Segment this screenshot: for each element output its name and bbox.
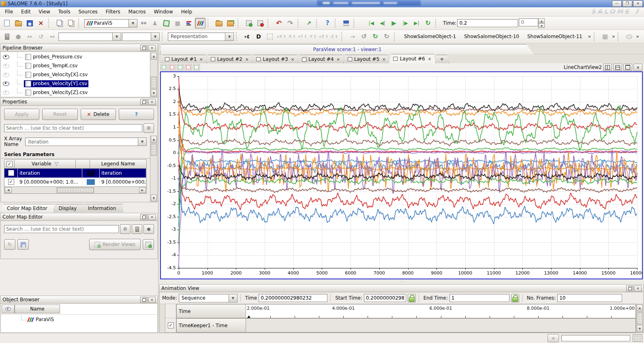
current-time-marker[interactable] [247, 315, 250, 318]
previous-frame-button[interactable]: ◀| [377, 18, 388, 28]
series-color-cell[interactable] [82, 178, 100, 187]
swap-views-icon[interactable] [185, 64, 192, 71]
layout-tab-6[interactable]: Layout #6× [389, 54, 436, 63]
color-column-header[interactable] [76, 160, 90, 169]
timeline-scrollbar[interactable]: ▲ ▼ [636, 304, 643, 332]
cme-gear-icon[interactable]: ⚙ [120, 224, 131, 234]
mode-combo-arrow[interactable]: ▼ [229, 294, 237, 302]
close-tab-icon[interactable]: × [245, 57, 248, 62]
line-chart-canvas[interactable] [161, 72, 642, 279]
legend-column-header[interactable]: Legend Name [90, 160, 146, 169]
split-view-vertical-button[interactable] [603, 64, 612, 71]
open-document-button[interactable] [13, 18, 24, 28]
scroll-down-icon[interactable]: ▼ [151, 195, 157, 202]
selection-button[interactable] [341, 18, 351, 28]
minimize-button[interactable]: — [612, 0, 622, 7]
frame-spin-down-icon[interactable]: ▼ [538, 23, 545, 28]
toolbar-overflow-icon[interactable]: » [635, 34, 640, 39]
save-document-button[interactable] [24, 18, 35, 28]
redo-button[interactable]: ↷ [285, 18, 295, 28]
zoom-to-box-button[interactable] [265, 31, 275, 42]
yacs-module-button[interactable] [184, 18, 194, 28]
delete-button[interactable]: ×Delete [81, 109, 116, 120]
pipeline-browser-titlebar[interactable]: Pipeline Browser × [1, 44, 157, 52]
layout-tab-3[interactable]: Layout #3× [252, 55, 299, 63]
close-panel-button[interactable]: × [634, 285, 642, 292]
scroll-grip[interactable] [151, 144, 157, 156]
menu-item-sources[interactable]: Sources [74, 8, 101, 16]
close-panel-button[interactable]: × [148, 297, 156, 303]
object-browser-titlebar[interactable]: Object Browser × [1, 296, 157, 304]
module-combo-arrow[interactable]: ▼ [129, 19, 137, 28]
timekeeper-track[interactable] [246, 318, 636, 332]
split-view-horizontal-button[interactable] [613, 64, 622, 71]
scroll-right-icon[interactable]: ▶ [139, 187, 146, 193]
first-frame-button[interactable]: |◀ [366, 18, 377, 28]
start-time-lock-icon[interactable] [408, 294, 416, 302]
time-track[interactable]: 2.000e-014.000e-016.000e-018.000e-011.00… [246, 304, 636, 318]
paravis-module-button[interactable] [195, 18, 205, 28]
menu-item-view[interactable]: View [34, 8, 54, 16]
scroll-up-icon[interactable]: ▲ [637, 304, 643, 311]
connect-server-button[interactable] [244, 18, 254, 28]
visibility-column-header[interactable] [2, 304, 15, 313]
play-button[interactable]: ▶ [389, 18, 399, 28]
cme-auto-apply-button[interactable] [143, 239, 154, 250]
export-button[interactable]: ↗ [304, 18, 314, 28]
representation-arrow[interactable]: ▼ [225, 32, 234, 41]
series-checkbox[interactable]: ✓ [4, 178, 18, 187]
color-by-arrow[interactable]: ▼ [113, 32, 121, 41]
menu-item-filters[interactable]: Filters [102, 8, 124, 16]
set-view-plusy-button[interactable]: +Y ↕ [297, 31, 308, 42]
camera-orientation-button[interactable]: → [347, 31, 358, 42]
close-tab-icon[interactable]: × [291, 57, 294, 62]
dock-tab-display[interactable]: Display [53, 204, 83, 212]
component-combo[interactable]: ▼ [122, 32, 160, 41]
animation-view-titlebar[interactable]: Animation View × [160, 285, 643, 292]
menu-item-macros[interactable]: Macros [124, 8, 150, 16]
select-all-checkbox[interactable]: ✓ [4, 160, 15, 169]
new-layout-tab[interactable]: + [434, 55, 449, 63]
find-button[interactable] [138, 18, 149, 28]
properties-search-input[interactable] [4, 124, 142, 132]
series-color-cell[interactable] [82, 169, 100, 178]
cme-save-button[interactable] [17, 239, 29, 250]
close-tab-icon[interactable]: × [428, 57, 431, 61]
paste-button[interactable] [66, 18, 76, 28]
scroll-up-icon[interactable]: ▲ [151, 53, 157, 60]
geometry-module-button[interactable] [161, 18, 171, 28]
mesh-module-button[interactable]: ▦ [172, 18, 183, 28]
loop-button[interactable]: ↻ [423, 18, 433, 28]
scene-tab[interactable]: ParaView scene:1 - viewer:1 [160, 44, 534, 54]
scroll-grip[interactable] [637, 312, 643, 324]
name-column-header[interactable]: Name [15, 304, 60, 313]
series-checkbox[interactable] [4, 169, 18, 178]
color-map-editor-titlebar[interactable]: Color Map Editor × [1, 213, 157, 221]
end-time-input[interactable] [449, 294, 509, 302]
pipeline-item[interactable]: probes_Velocity[Z].csv [1, 88, 150, 97]
dock-tab-information[interactable]: Information [82, 204, 123, 212]
show-salome-object-button-3[interactable]: ShowSalomeObject-11 [523, 32, 586, 41]
scroll-down-icon[interactable]: ▼ [151, 90, 157, 96]
representation-combo[interactable]: Representation ▼ [168, 32, 234, 41]
new-view-icon[interactable] [177, 64, 184, 71]
layout-tab-4[interactable]: Layout #4× [297, 55, 344, 63]
x-array-combo-arrow[interactable]: ▼ [138, 137, 147, 146]
frame-spinner-input[interactable] [519, 18, 538, 26]
split-vertical-icon[interactable] [169, 64, 175, 71]
toolbar-overflow-icon[interactable]: » [611, 34, 616, 39]
properties-titlebar[interactable]: Properties × [1, 98, 157, 106]
title-bar[interactable]: SALOME 7.6.0 - [Study1] — ❐ × [0, 0, 644, 7]
float-panel-button[interactable] [140, 297, 148, 303]
layout-tab-5[interactable]: Layout #5× [343, 55, 390, 63]
new-document-button[interactable] [2, 18, 12, 28]
float-panel-button[interactable] [140, 45, 148, 51]
scroll-up-icon[interactable]: ▲ [151, 136, 157, 143]
last-frame-button[interactable]: ▶| [411, 18, 422, 28]
series-table-hscrollbar[interactable]: ◀ ▶ [4, 187, 147, 194]
close-tab-icon[interactable]: × [336, 57, 340, 62]
apply-button[interactable]: Apply [4, 109, 39, 120]
close-tab-icon[interactable]: × [382, 57, 385, 62]
zoom-to-data-button[interactable]: D [253, 31, 264, 42]
menu-item-help[interactable]: Help [177, 8, 196, 16]
